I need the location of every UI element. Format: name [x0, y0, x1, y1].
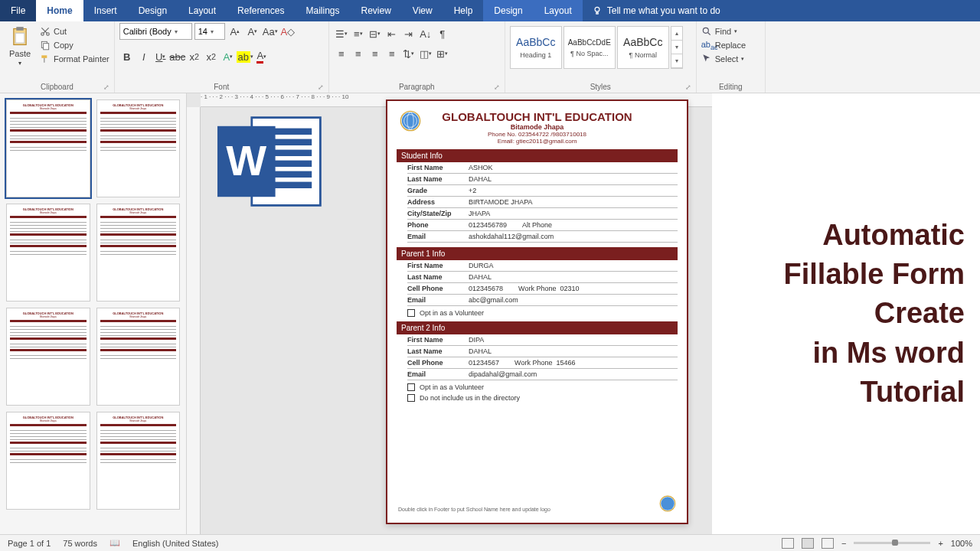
tab-file[interactable]: File [0, 0, 36, 21]
bullets-button[interactable]: ☰▾ [334, 26, 349, 41]
zoom-level[interactable]: 100% [951, 539, 972, 548]
page-thumbnail[interactable]: GLOBALTOUCH INT'L EDUCATIONBitamode Jhap… [96, 412, 181, 510]
italic-button[interactable]: I [136, 49, 152, 64]
text-effects-button[interactable]: A▾ [220, 49, 236, 64]
tab-ctx-design[interactable]: Design [483, 0, 533, 21]
font-name-combo[interactable]: Calibri (Body▾ [119, 23, 192, 40]
vertical-ruler[interactable] [187, 107, 201, 534]
font-size-combo[interactable]: 14▾ [194, 23, 225, 40]
field-label: Email [407, 233, 469, 240]
search-icon [701, 26, 712, 37]
page-thumbnail[interactable]: GLOBALTOUCH INT'L EDUCATIONBitamode Jhap… [6, 204, 90, 302]
align-right-button[interactable]: ≡ [368, 46, 383, 61]
status-language[interactable]: English (United States) [132, 539, 219, 548]
tab-review[interactable]: Review [350, 0, 401, 21]
grow-font-button[interactable]: A▴ [227, 24, 243, 39]
field-row[interactable]: AddressBIRTAMODE JHAPA [407, 197, 678, 208]
format-painter-button[interactable]: Format Painter [40, 54, 109, 64]
style-normal[interactable]: AaBbCc¶ Normal [617, 26, 669, 69]
checkbox-row[interactable]: Opt in as a Volunteer [407, 383, 678, 391]
zoom-out-button[interactable]: − [841, 539, 846, 548]
strikethrough-button[interactable]: abc [170, 49, 185, 64]
tab-insert[interactable]: Insert [83, 0, 128, 21]
zoom-slider[interactable] [854, 542, 930, 544]
select-button[interactable]: Select ▾ [701, 54, 745, 64]
page-thumbnail[interactable]: GLOBALTOUCH INT'L EDUCATIONBitamode Jhap… [96, 99, 181, 197]
styles-scroller[interactable]: ▴▾▾ [671, 26, 683, 69]
style-preview: AaBbCc [516, 36, 555, 48]
page-thumbnail[interactable]: GLOBALTOUCH INT'L EDUCATIONBitamode Jhap… [6, 99, 90, 197]
field-row[interactable]: Emailashokdahal112@gmail.com [407, 231, 678, 243]
justify-button[interactable]: ≡ [384, 46, 400, 61]
tab-layout[interactable]: Layout [178, 0, 227, 21]
field-row[interactable]: First NameDIPA [407, 334, 678, 346]
spellcheck-icon[interactable]: 📖 [109, 538, 120, 548]
styles-launcher[interactable]: ⤢ [685, 83, 691, 91]
page-thumbnail[interactable]: GLOBALTOUCH INT'L EDUCATIONBitamode Jhap… [6, 412, 90, 510]
borders-button[interactable]: ⊞▾ [435, 46, 450, 61]
dec-indent-button[interactable]: ⇤ [384, 26, 400, 41]
status-words[interactable]: 75 words [63, 539, 97, 548]
page-thumbnail[interactable]: GLOBALTOUCH INT'L EDUCATIONBitamode Jhap… [96, 308, 181, 406]
page-thumbnail[interactable]: GLOBALTOUCH INT'L EDUCATIONBitamode Jhap… [6, 308, 90, 406]
shrink-font-button[interactable]: A▾ [245, 24, 260, 39]
status-page[interactable]: Page 1 of 1 [8, 539, 51, 548]
lightbulb-icon [592, 5, 603, 16]
paste-button[interactable]: Paste ▾ [5, 23, 35, 67]
align-center-button[interactable]: ≡ [351, 46, 366, 61]
highlight-button[interactable]: ab▾ [237, 49, 253, 64]
zoom-in-button[interactable]: + [938, 539, 942, 548]
cut-button[interactable]: Cut [40, 26, 109, 37]
tab-mailings[interactable]: Mailings [295, 0, 350, 21]
shading-button[interactable]: ◫▾ [418, 46, 433, 61]
tab-home[interactable]: Home [36, 0, 83, 21]
tell-me-search[interactable]: Tell me what you want to do [583, 0, 730, 21]
field-row[interactable]: Cell Phone01234567Work Phone 15466 [407, 357, 678, 369]
field-row[interactable]: Grade+2 [407, 185, 678, 197]
find-button[interactable]: Find ▾ [701, 26, 737, 37]
tab-design[interactable]: Design [128, 0, 178, 21]
field-row[interactable]: Last NameDAHAL [407, 346, 678, 357]
replace-button[interactable]: abacReplace [701, 40, 746, 51]
clear-formatting-button[interactable]: A◇ [280, 24, 296, 39]
multilevel-button[interactable]: ⊟▾ [368, 26, 383, 41]
line-spacing-button[interactable]: ⇅▾ [401, 46, 416, 61]
copy-button[interactable]: Copy [40, 40, 109, 51]
style-no-spacing[interactable]: AaBbCcDdE¶ No Spac... [564, 26, 616, 69]
field-row[interactable]: Emailabc@gmail.com [407, 295, 678, 306]
font-color-button[interactable]: A▾ [254, 49, 270, 64]
show-marks-button[interactable]: ¶ [435, 26, 450, 41]
document-page[interactable]: GLOBALTOUCH INT'L EDUCATION Bitamode Jha… [386, 99, 688, 524]
paragraph-launcher[interactable]: ⤢ [494, 83, 500, 91]
checkbox-row[interactable]: Do not include us in the directory [407, 394, 678, 402]
page-thumbnail[interactable]: GLOBALTOUCH INT'L EDUCATIONBitamode Jhap… [96, 204, 181, 302]
tab-view[interactable]: View [402, 0, 443, 21]
field-row[interactable]: Phone0123456789Alt Phone [407, 220, 678, 231]
field-row[interactable]: Cell Phone012345678Work Phone 02310 [407, 283, 678, 295]
font-launcher[interactable]: ⤢ [318, 83, 324, 91]
underline-button[interactable]: U▾ [153, 49, 168, 64]
field-row[interactable]: City/State/ZipJHAPA [407, 208, 678, 220]
print-layout-button[interactable] [802, 538, 814, 549]
tab-references[interactable]: References [227, 0, 295, 21]
field-row[interactable]: Emaildipadahal@gmail.com [407, 369, 678, 380]
align-left-button[interactable]: ≡ [334, 46, 349, 61]
subscript-button[interactable]: x2 [187, 49, 202, 64]
change-case-button[interactable]: Aa▾ [263, 24, 278, 39]
tab-ctx-layout[interactable]: Layout [534, 0, 583, 21]
checkbox-row[interactable]: Opt in as a Volunteer [407, 309, 678, 317]
bold-button[interactable]: B [119, 49, 135, 64]
field-row[interactable]: Last NameDAHAL [407, 272, 678, 283]
superscript-button[interactable]: x2 [204, 49, 219, 64]
read-mode-button[interactable] [782, 538, 794, 549]
sort-button[interactable]: A↓ [418, 26, 433, 41]
web-layout-button[interactable] [822, 538, 834, 549]
style-heading1[interactable]: AaBbCcHeading 1 [510, 26, 562, 69]
field-row[interactable]: First NameASHOK [407, 162, 678, 174]
field-row[interactable]: First NameDURGA [407, 260, 678, 272]
inc-indent-button[interactable]: ⇥ [401, 26, 416, 41]
clipboard-launcher[interactable]: ⤢ [103, 83, 109, 91]
tab-help[interactable]: Help [443, 0, 484, 21]
numbering-button[interactable]: ≡▾ [351, 26, 366, 41]
field-row[interactable]: Last NameDAHAL [407, 174, 678, 185]
